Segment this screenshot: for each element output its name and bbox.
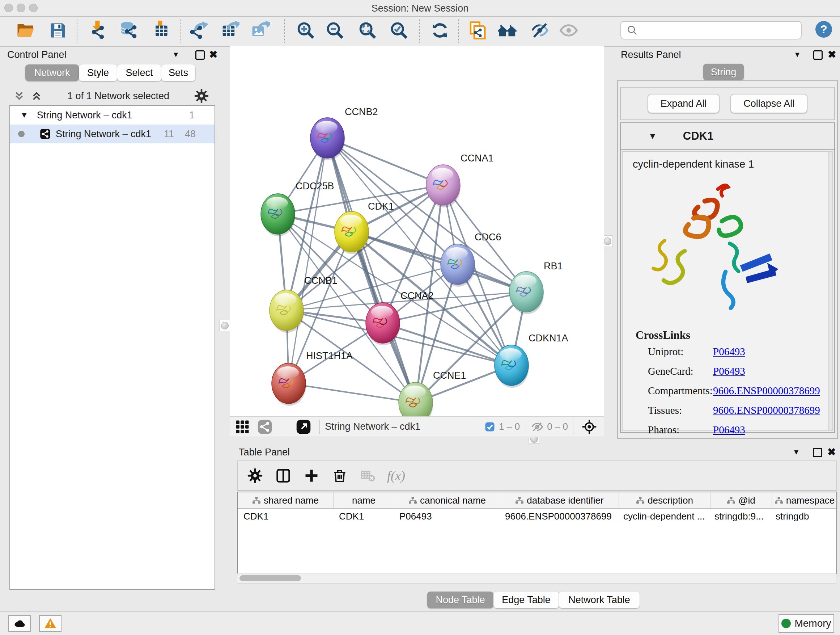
crosslink-link[interactable]: P06493 [713,346,745,358]
table-cell[interactable]: P06493 [393,509,499,524]
results-panel-float-icon[interactable] [813,50,823,60]
zoom-in-icon[interactable] [295,20,316,41]
cloud-status-button[interactable] [8,615,31,632]
network-collection-row[interactable]: ▼ String Network – cdk1 1 [10,106,215,125]
apply-layout-icon[interactable] [430,20,450,41]
table-cell[interactable]: cyclin-dependent ... [617,509,709,524]
column-header-database-identifier[interactable]: database identifier [500,492,619,508]
network-node-CCNA2[interactable] [366,302,400,345]
show-columns-icon[interactable] [272,466,294,486]
new-network-from-selection-icon[interactable] [467,20,488,41]
crosslink-link[interactable]: P06493 [713,424,745,436]
hidden-eye-icon[interactable] [531,420,544,434]
table-cell[interactable]: CDK1 [333,509,393,524]
results-panel-menu-icon[interactable]: ▾ [795,49,799,59]
network-node-CCNA1[interactable] [426,165,461,207]
network-edge[interactable] [289,138,327,383]
panel-float-icon[interactable] [195,50,205,60]
network-node-CCNB1[interactable] [270,290,304,333]
network-view-canvas[interactable]: CCNB2 CCNA1 CDC25B CDK1 CDC6 RB1 CCNB1 C… [230,46,604,416]
zoom-fit-icon[interactable] [357,20,378,41]
network-edge[interactable] [327,138,416,402]
tab-network[interactable]: Network [25,65,79,81]
node-details-header[interactable]: ▼ CDK1 [621,123,834,150]
network-row[interactable]: String Network – cdk1 11 48 [10,125,215,143]
table-panel-menu-icon[interactable]: ▾ [794,447,798,457]
save-session-icon[interactable] [48,20,68,41]
open-file-icon[interactable] [16,20,36,41]
table-cell[interactable]: 9606.ENSP00000378699 [499,509,617,524]
fit-selected-crosshair-icon[interactable] [578,417,600,437]
tab-string[interactable]: String [703,64,744,80]
table-cell[interactable]: CDK1 [238,509,333,524]
collapse-entry-icon[interactable]: ▼ [648,131,657,141]
results-panel-close-icon[interactable]: ✖ [828,49,836,60]
memory-button[interactable]: Memory [778,614,834,633]
network-options-gear-icon[interactable] [194,88,209,103]
add-column-icon[interactable] [301,466,322,486]
network-node-CCNE1[interactable] [399,382,433,416]
network-node-CDC6[interactable] [441,244,475,287]
tab-sets[interactable]: Sets [161,65,195,81]
show-all-icon[interactable] [559,20,579,41]
network-node-CDC25B[interactable] [261,194,295,236]
warning-status-button[interactable] [39,615,62,632]
tab-node-table[interactable]: Node Table [427,592,493,608]
export-table-icon[interactable] [219,20,240,41]
panel-close-icon[interactable]: ✖ [209,49,218,60]
network-node-HIST1H1A[interactable] [272,363,306,406]
expand-all-icon[interactable] [13,90,25,102]
collapse-all-button[interactable]: Collapse All [730,94,807,113]
tab-style[interactable]: Style [79,65,117,81]
control-panel-tabs: NetworkStyleSelectSets [25,65,195,81]
network-node-RB1[interactable] [509,272,544,314]
network-edge[interactable] [289,383,416,402]
table-panel-close-icon[interactable]: ✖ [827,446,836,458]
string-network-badge-icon[interactable] [254,417,276,437]
zoom-out-icon[interactable] [325,20,345,41]
birdseye-grid-icon[interactable] [232,417,253,437]
tab-network-table[interactable]: Network Table [559,592,639,608]
network-node-CDKN1A[interactable] [494,345,529,388]
results-scrollbar[interactable] [829,151,833,431]
delete-column-trash-icon[interactable] [329,466,351,486]
import-network-database-icon[interactable] [118,20,139,41]
column-header--id[interactable]: @id [711,492,772,508]
table-cell[interactable]: stringdb [770,509,835,524]
column-header-canonical-name[interactable]: canonical name [394,492,500,508]
table-cell[interactable]: stringdb:9... [709,509,770,524]
collection-expand-icon[interactable]: ▼ [20,111,28,120]
crosslink-link[interactable]: 9606.ENSP00000378699 [713,385,820,397]
network-edge[interactable] [327,138,443,185]
column-header-namespace[interactable]: namespace [772,492,837,508]
crosslink-link[interactable]: 9606.ENSP00000378699 [713,404,820,416]
table-options-gear-icon[interactable] [244,466,266,486]
column-header-shared-name[interactable]: shared name [238,492,333,508]
import-table-icon[interactable] [151,20,171,41]
export-image-icon[interactable] [250,20,271,41]
table-horizontal-scrollbar[interactable] [237,573,836,584]
crosslink-link[interactable]: P06493 [713,365,745,377]
expand-all-button[interactable]: Expand All [647,94,720,113]
import-network-file-icon[interactable] [88,20,108,41]
network-node-CCNB2[interactable] [310,118,345,160]
column-header-name[interactable]: name [333,492,394,508]
search-input-container[interactable] [621,21,802,40]
table-row[interactable]: CDK1CDK1P064939606.ENSP00000378699cyclin… [238,509,836,524]
zoom-selected-icon[interactable] [389,20,409,41]
panel-menu-icon[interactable]: ▾ [174,49,178,59]
table-panel-float-icon[interactable] [813,448,822,457]
selected-checkbox-icon[interactable] [485,421,495,432]
tab-select[interactable]: Select [117,65,161,81]
export-network-icon[interactable] [188,20,208,41]
left-splitter-handle[interactable] [219,320,230,331]
search-input[interactable] [641,24,801,36]
open-in-window-icon[interactable] [293,417,314,437]
collapse-all-icon[interactable] [30,90,43,102]
tab-edge-table[interactable]: Edge Table [493,592,559,608]
help-button[interactable]: ? [815,21,832,38]
column-header-description[interactable]: description [619,492,711,508]
first-neighbors-icon[interactable] [497,20,517,41]
scrollbar-thumb[interactable] [240,575,301,581]
hide-selected-icon[interactable] [531,20,551,41]
